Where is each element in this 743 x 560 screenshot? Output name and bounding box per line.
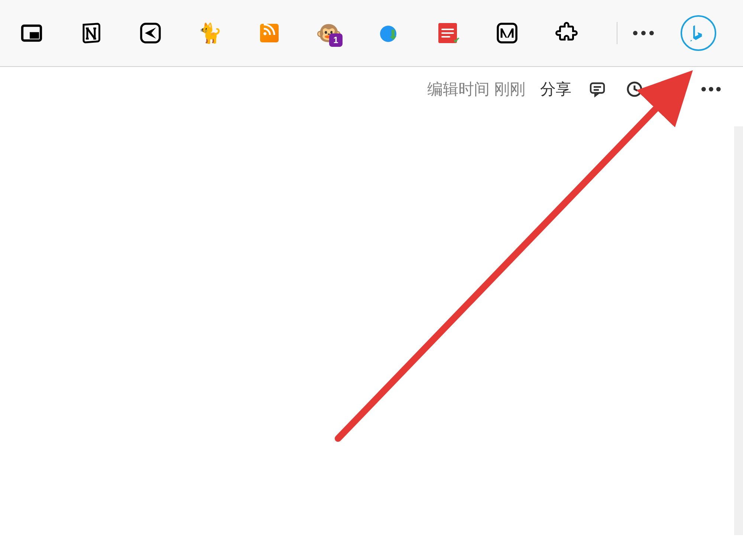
page-more-icon[interactable] bbox=[698, 80, 724, 99]
notion-icon[interactable] bbox=[71, 13, 111, 54]
history-icon[interactable] bbox=[623, 78, 646, 100]
medium-icon[interactable] bbox=[487, 13, 528, 54]
extension-badge: 1 bbox=[329, 33, 343, 47]
cat-icon[interactable]: 🐈 bbox=[189, 13, 230, 54]
toolbar-overflow-icon[interactable] bbox=[629, 31, 658, 35]
toolbar-divider bbox=[617, 22, 617, 44]
svg-point-3 bbox=[263, 32, 266, 35]
extensions-puzzle-icon[interactable] bbox=[546, 13, 587, 54]
picture-in-picture-icon[interactable] bbox=[11, 13, 52, 54]
send-icon[interactable] bbox=[130, 13, 171, 54]
comments-icon[interactable] bbox=[586, 78, 609, 100]
vertical-scrollbar[interactable] bbox=[734, 126, 743, 535]
tampermonkey-icon[interactable]: 🐵 1 bbox=[308, 13, 349, 54]
idm-icon[interactable]: ⬇ bbox=[368, 13, 409, 54]
bing-chat-button[interactable] bbox=[681, 15, 716, 51]
rss-icon[interactable] bbox=[249, 13, 290, 54]
share-button[interactable]: 分享 bbox=[540, 79, 571, 100]
page-action-toolbar: 编辑时间 刚刚 分享 bbox=[0, 67, 743, 111]
document-icon[interactable]: ✔ bbox=[427, 13, 468, 54]
svg-rect-5 bbox=[591, 83, 604, 93]
browser-extension-toolbar: 🐈 🐵 1 ⬇ ✔ bbox=[0, 0, 743, 67]
star-icon[interactable] bbox=[661, 78, 683, 100]
page-content-area: 编辑时间 刚刚 分享 bbox=[0, 67, 743, 559]
svg-rect-1 bbox=[30, 32, 39, 39]
edit-time-label: 编辑时间 刚刚 bbox=[427, 79, 525, 100]
